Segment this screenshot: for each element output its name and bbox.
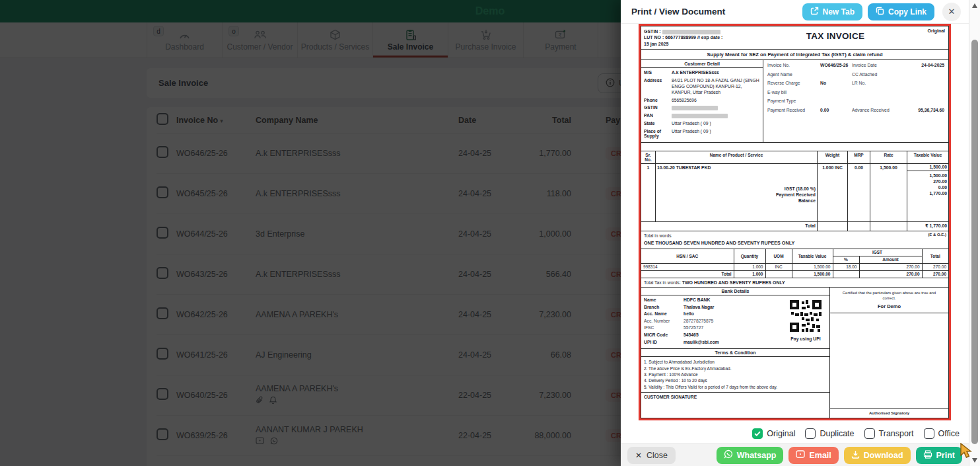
checkbox-checked[interactable]	[752, 428, 763, 439]
email-button[interactable]: Email	[788, 447, 838, 464]
checkbox-unchecked[interactable]	[924, 428, 934, 439]
tax-invoice-document: GSTIN : LUT NO : 666777888999 // exp dat…	[639, 24, 951, 420]
panel-header: Print / View Document New Tab Copy Link …	[621, 0, 969, 24]
document-preview: GSTIN : LUT NO : 666777888999 // exp dat…	[621, 24, 969, 424]
redacted-customer-pan	[672, 114, 728, 118]
copy-type-selector: Original Duplicate Transport Office	[621, 424, 969, 444]
external-link-icon	[810, 7, 819, 17]
redacted-customer-gstin	[672, 106, 718, 110]
close-button[interactable]: ✕ Close	[627, 447, 676, 464]
scrollbar-down-arrow-icon[interactable]	[972, 458, 977, 463]
sez-line: Supply Meant for SEZ on Payment of Integ…	[641, 50, 948, 60]
bank-terms-section: Bank Details NameHDFC BANK BranchThalava…	[641, 288, 948, 418]
customer-meta-section: Customer Detail M/SA.k ENTERPRISESsss Ad…	[641, 60, 948, 143]
customer-signature: CUSTOMER SIGNATURE	[641, 393, 829, 418]
upi-qr-code	[788, 329, 823, 334]
checkbox-unchecked[interactable]	[864, 428, 875, 439]
qr-caption: Pay using UPI	[782, 336, 829, 341]
scrollbar-thumb[interactable]	[971, 40, 978, 444]
browser-scrollbar[interactable]	[969, 0, 980, 466]
copy-option-transport[interactable]: Transport	[864, 428, 914, 439]
doc-header: GSTIN : LUT NO : 666777888999 // exp dat…	[641, 26, 948, 50]
print-button[interactable]: Print	[916, 447, 962, 464]
email-icon	[796, 450, 805, 460]
total-in-words: Total in words (E & O.E.) ONE THOUSAND S…	[641, 231, 948, 249]
tax-in-words: Total Tax in words: TWO HUNDRED AND SEVE…	[641, 278, 948, 288]
doc-title: TAX INVOICE	[763, 26, 907, 49]
download-icon	[851, 450, 860, 461]
panel-title: Print / View Document	[631, 7, 725, 17]
panel-footer: ✕ Close Whatsapp Email Download Print	[621, 444, 969, 466]
scrollbar-up-arrow-icon[interactable]	[972, 3, 977, 8]
print-view-panel: Print / View Document New Tab Copy Link …	[621, 0, 969, 466]
close-x-icon: ✕	[635, 451, 642, 460]
printer-icon	[923, 450, 932, 461]
copy-option-office[interactable]: Office	[924, 428, 960, 439]
copy-option-original[interactable]: Original	[752, 428, 795, 439]
redacted-gstin	[662, 30, 720, 34]
copy-icon	[876, 7, 884, 17]
whatsapp-button[interactable]: Whatsapp	[717, 447, 784, 464]
whatsapp-icon	[724, 449, 733, 461]
certified-block: Certified that the particulars given abo…	[830, 288, 948, 313]
close-icon[interactable]: ✕	[942, 3, 961, 21]
copy-link-button[interactable]: Copy Link	[868, 3, 934, 20]
checkbox-unchecked[interactable]	[805, 428, 816, 439]
download-button[interactable]: Download	[844, 447, 911, 464]
copy-option-duplicate[interactable]: Duplicate	[805, 428, 854, 439]
new-tab-button[interactable]: New Tab	[802, 3, 862, 20]
copy-type: Original	[907, 26, 948, 49]
authorised-signatory: Authorised Signatory	[830, 408, 948, 418]
items-table: Sr. No. Name of Product / Service Weight…	[641, 151, 948, 231]
hsn-summary-table: HSN / SAC Quantity UOM Taxable Value IGS…	[641, 249, 948, 278]
